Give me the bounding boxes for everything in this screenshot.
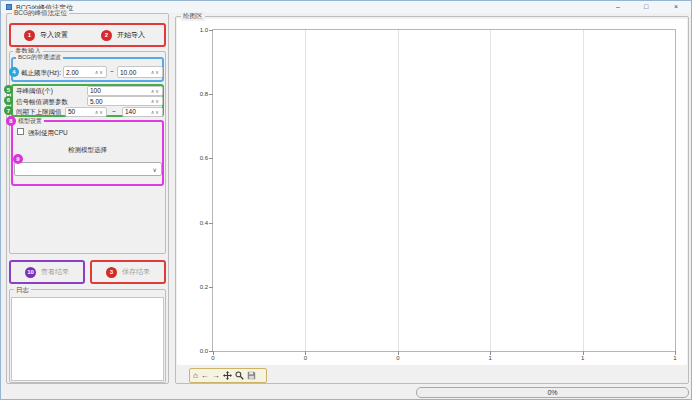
gridline [305, 30, 306, 351]
y-tick-label: 0.0 [200, 348, 208, 354]
interval-high-spinbox[interactable]: 140 ∧∨ [122, 107, 163, 117]
start-import-label: 开始导入 [117, 30, 145, 40]
cutoff-high-spinbox[interactable]: 10.00 ∧∨ [117, 66, 163, 78]
step-badge-7: 7 [4, 106, 13, 115]
step-badge-2: 2 [101, 30, 112, 41]
y-tick [209, 30, 213, 31]
application-window: BCG的峰值法定位 – □ × BCG的峰值法定位 1 导入设置 2 开始导入 … [0, 0, 692, 400]
spinner-up-down-icon[interactable]: ∧∨ [95, 109, 104, 115]
title-bar: BCG的峰值法定位 – □ × [1, 1, 692, 13]
amplitude-param-value: 5.00 [90, 98, 103, 105]
y-tick [209, 94, 213, 95]
gridline [398, 30, 399, 351]
step-badge-6: 6 [4, 96, 13, 105]
view-results-label: 查看结果 [41, 267, 69, 277]
maximize-button[interactable]: □ [633, 1, 659, 13]
step-badge-4: 4 [9, 67, 19, 77]
plot-toolbar: ⌂ ← → [189, 368, 267, 383]
step-badge-10: 10 [25, 267, 36, 278]
minimize-button[interactable]: – [605, 1, 631, 13]
model-settings-title: 模型设置 [16, 117, 44, 126]
spinner-up-down-icon[interactable]: ∧∨ [151, 88, 160, 94]
amplitude-param-label: 信号幅值调整参数 [16, 98, 68, 107]
x-tick-label: 1 [581, 355, 584, 361]
interval-range-separator: ~ [112, 108, 116, 115]
import-settings-label: 导入设置 [40, 30, 68, 40]
save-results-label: 保存结果 [122, 267, 150, 277]
y-tick [209, 158, 213, 159]
progress-bar: 0% [416, 387, 689, 398]
bandpass-group-title: BCG的带通滤波 [16, 53, 63, 62]
gridline [490, 30, 491, 351]
step-badge-3: 3 [106, 267, 117, 278]
log-list[interactable] [11, 297, 164, 381]
back-icon[interactable]: ← [201, 372, 209, 380]
interval-low-value: 50 [68, 108, 75, 115]
y-tick-label: 0.6 [200, 155, 208, 161]
close-button[interactable]: × [661, 1, 691, 13]
view-results-button[interactable]: 10 查看结果 [11, 264, 83, 280]
save-icon[interactable] [247, 371, 256, 380]
cutoff-low-spinbox[interactable]: 2.00 ∧∨ [63, 66, 107, 78]
y-tick [209, 351, 213, 352]
force-cpu-label: 强制使用CPU [28, 129, 68, 138]
x-tick-label: 0 [396, 355, 399, 361]
plot-axes[interactable]: 0 0 0 1 1 1 1.0 0.8 0.6 0.4 0.2 0.0 [212, 29, 676, 352]
cutoff-range-separator: ~ [110, 68, 114, 75]
y-tick-label: 0.8 [200, 91, 208, 97]
progress-text: 0% [547, 389, 557, 396]
step-badge-5: 5 [4, 85, 13, 94]
step-badge-9: 9 [13, 154, 23, 164]
home-icon[interactable]: ⌂ [193, 372, 198, 380]
amplitude-param-spinbox[interactable]: 5.00 ∧∨ [87, 96, 163, 106]
spinner-up-down-icon[interactable]: ∧∨ [151, 109, 160, 115]
import-settings-button[interactable]: 1 导入设置 [13, 28, 79, 42]
model-select-combobox[interactable]: ∨ [14, 162, 162, 176]
y-tick-label: 0.4 [200, 220, 208, 226]
chevron-down-icon: ∨ [153, 166, 157, 173]
save-results-button[interactable]: 3 保存结果 [92, 264, 164, 280]
gridline [583, 30, 584, 351]
cutoff-high-value: 10.00 [120, 69, 136, 76]
log-group-title: 日志 [14, 286, 31, 295]
spinner-up-down-icon[interactable]: ∧∨ [151, 98, 160, 104]
interval-low-spinbox[interactable]: 50 ∧∨ [65, 107, 107, 117]
forward-icon[interactable]: → [212, 372, 220, 380]
force-cpu-checkbox[interactable] [17, 128, 24, 135]
peak-threshold-label: 寻峰阈值(个) [16, 87, 53, 96]
left-panel-group-title: BCG的峰值法定位 [12, 9, 69, 18]
model-select-label: 检测模型选择 [11, 146, 164, 155]
cutoff-frequency-label: 截止频率(Hz): [21, 69, 61, 78]
x-tick-label: 1 [489, 355, 492, 361]
y-tick-label: 0.2 [200, 284, 208, 290]
peak-threshold-value: 100 [90, 87, 101, 94]
step-badge-1: 1 [24, 30, 35, 41]
pan-icon[interactable] [223, 371, 232, 380]
y-tick [209, 223, 213, 224]
start-import-button[interactable]: 2 开始导入 [87, 28, 159, 42]
step-badge-8: 8 [6, 116, 16, 126]
y-tick-label: 1.0 [200, 27, 208, 33]
interval-high-value: 140 [125, 108, 136, 115]
spinner-up-down-icon[interactable]: ∧∨ [95, 69, 104, 75]
peak-threshold-spinbox[interactable]: 100 ∧∨ [87, 86, 163, 96]
plot-panel-title: 绘图区 [181, 12, 205, 21]
x-tick-label: 0 [211, 355, 214, 361]
cutoff-low-value: 2.00 [66, 69, 79, 76]
x-tick-label: 0 [304, 355, 307, 361]
y-tick [209, 287, 213, 288]
x-tick-label: 1 [673, 355, 676, 361]
zoom-icon[interactable] [235, 371, 244, 380]
spinner-up-down-icon[interactable]: ∧∨ [151, 69, 160, 75]
